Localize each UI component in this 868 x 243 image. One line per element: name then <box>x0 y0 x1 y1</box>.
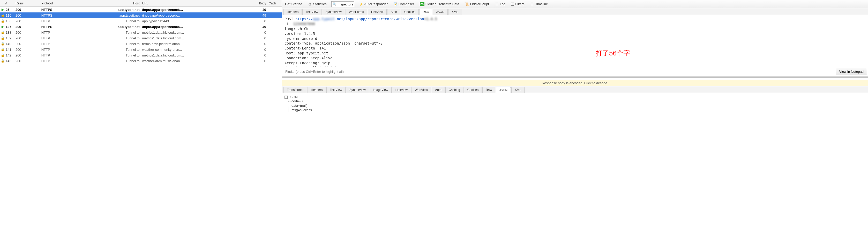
find-input[interactable] <box>283 68 836 75</box>
raw-request-view[interactable]: POST https://app.typeit.net/input/app/re… <box>282 15 868 67</box>
session-row[interactable]: 🔒139200HTTPTunnel tometrics1.data.hiclou… <box>0 35 282 41</box>
tab-composer[interactable]: 📝Composer <box>392 2 415 7</box>
sessions-panel: # Result Protocol Host URL Body Cach ▶26… <box>0 0 282 243</box>
tab-get-started[interactable]: Get Started <box>284 2 303 6</box>
req-tab-hexview[interactable]: HexView <box>368 9 387 15</box>
tab-orchestra[interactable]: FOFiddler Orchestra Beta <box>419 2 460 7</box>
filter-icon <box>511 3 514 6</box>
session-icon: ▶ <box>0 25 5 28</box>
col-cach[interactable]: Cach <box>269 2 282 5</box>
col-protocol[interactable]: Protocol <box>41 2 78 5</box>
session-icon: 🔒 <box>0 14 5 17</box>
req-tab-textview[interactable]: TextView <box>302 9 321 15</box>
req-tab-headers[interactable]: Headers <box>283 9 302 15</box>
tab-inspectors[interactable]: 🔍Inspectors <box>331 1 354 7</box>
req-tab-xml[interactable]: XML <box>448 9 461 15</box>
col-host[interactable]: Host <box>78 2 142 5</box>
res-tab-auth[interactable]: Auth <box>432 87 445 93</box>
session-icon: 🔒 <box>0 19 5 23</box>
request-url[interactable]: https://app.typeit.net/input/app/reportr… <box>296 17 424 21</box>
res-tab-headers[interactable]: Headers <box>308 87 326 93</box>
session-row[interactable]: 🔒143200HTTPTunnel toweather-drcn.music.d… <box>0 58 282 64</box>
col-url[interactable]: URL <box>142 2 246 5</box>
request-tabs: Headers TextView SyntaxView WebForms Hex… <box>282 8 868 15</box>
find-bar: View in Notepad <box>283 68 867 75</box>
session-row[interactable]: 🔒136200HTTPTunnel toapp.typeit.net:4430 <box>0 18 282 24</box>
req-tab-auth[interactable]: Auth <box>387 9 400 15</box>
sessions-list: ▶26200HTTPSapp.typeit.net/input/app/repo… <box>0 7 282 64</box>
splitter[interactable] <box>282 76 868 78</box>
col-body[interactable]: Body <box>245 2 269 5</box>
script-icon: 📜 <box>465 2 469 6</box>
sessions-header-row: # Result Protocol Host URL Body Cach <box>0 0 282 7</box>
res-tab-imageview[interactable]: ImageView <box>370 87 392 93</box>
magnifier-icon: 🔍 <box>333 2 337 6</box>
res-tab-raw[interactable]: Raw <box>483 87 495 93</box>
session-icon: 🔒 <box>0 53 5 57</box>
req-tab-syntaxview[interactable]: SyntaxView <box>322 9 345 15</box>
timeline-icon: ☰ <box>530 2 534 6</box>
session-icon: 🔒 <box>0 59 5 63</box>
res-tab-webview[interactable]: WebView <box>411 87 431 93</box>
tab-log[interactable]: ☰Log <box>494 2 507 7</box>
res-tab-json[interactable]: JSON <box>496 87 511 93</box>
inspector-panel: Get Started ◷Statistics 🔍Inspectors ⚡Aut… <box>282 0 868 243</box>
session-row[interactable]: 🔒138200HTTPTunnel tometrics1.data.hiclou… <box>0 30 282 35</box>
lightning-icon: ⚡ <box>359 2 363 6</box>
res-tab-cookies[interactable]: Cookies <box>464 87 482 93</box>
annotation-text: 打了56个字 <box>596 49 630 58</box>
collapse-icon[interactable]: − <box>284 96 288 99</box>
req-tab-cookies[interactable]: Cookies <box>401 9 419 15</box>
log-icon: ☰ <box>495 2 499 6</box>
col-id[interactable]: # <box>0 2 16 5</box>
tab-autoresponder[interactable]: ⚡AutoResponder <box>358 2 389 7</box>
req-tab-webforms[interactable]: WebForms <box>345 9 367 15</box>
response-tabs: Transformer Headers TextView SyntaxView … <box>282 86 868 93</box>
res-tab-transformer[interactable]: Transformer <box>283 87 307 93</box>
col-result[interactable]: Result <box>16 2 41 5</box>
session-icon: 🔒 <box>0 36 5 40</box>
req-tab-json[interactable]: JSON <box>433 9 448 15</box>
view-notepad-button[interactable]: View in Notepad <box>836 68 867 75</box>
tab-filters[interactable]: Filters <box>510 2 525 6</box>
session-icon: 🔒 <box>0 42 5 46</box>
session-row[interactable]: ▶26200HTTPSapp.typeit.net/input/app/repo… <box>0 7 282 12</box>
res-tab-hexview[interactable]: HexView <box>392 87 411 93</box>
clock-icon: ◷ <box>308 2 312 6</box>
json-data[interactable]: data=(null) <box>291 103 865 108</box>
res-tab-xml[interactable]: XML <box>512 87 525 93</box>
session-icon: ▶ <box>0 8 5 11</box>
req-tab-raw[interactable]: Raw <box>419 9 432 15</box>
session-row[interactable]: 🔒140200HTTPTunnel toterms-drcn.platform.… <box>0 41 282 47</box>
json-tree: − JSON code=0 data=(null) msg=success <box>282 93 868 114</box>
session-row[interactable]: 🔒142200HTTPTunnel tometrics1.data.hiclou… <box>0 52 282 58</box>
tab-fiddlerscript[interactable]: 📜FiddlerScript <box>464 2 490 7</box>
res-tab-caching[interactable]: Caching <box>445 87 464 93</box>
tab-timeline[interactable]: ☰Timeline <box>529 2 549 7</box>
res-tab-textview[interactable]: TextView <box>327 87 345 93</box>
session-row[interactable]: 🔒110200HTTPSapp.typeit.net/input/app/rep… <box>0 12 282 18</box>
decode-bar[interactable]: Response body is encoded. Click to decod… <box>282 80 868 86</box>
session-icon: 🔒 <box>0 48 5 51</box>
json-code[interactable]: code=0 <box>291 99 865 103</box>
tab-statistics[interactable]: ◷Statistics <box>307 2 328 7</box>
session-row[interactable]: ▶137200HTTPSapp.typeit.net/input/app/rep… <box>0 24 282 30</box>
main-toolbar: Get Started ◷Statistics 🔍Inspectors ⚡Aut… <box>282 0 868 8</box>
json-root[interactable]: − JSON <box>284 95 865 99</box>
session-icon: 🔒 <box>0 31 5 34</box>
session-row[interactable]: 🔒141200HTTPTunnel toweather-community-dr… <box>0 47 282 52</box>
res-tab-syntaxview[interactable]: SyntaxView <box>346 87 369 93</box>
json-msg[interactable]: msg=success <box>291 108 865 112</box>
fo-icon: FO <box>420 2 425 6</box>
composer-icon: 📝 <box>393 2 398 6</box>
